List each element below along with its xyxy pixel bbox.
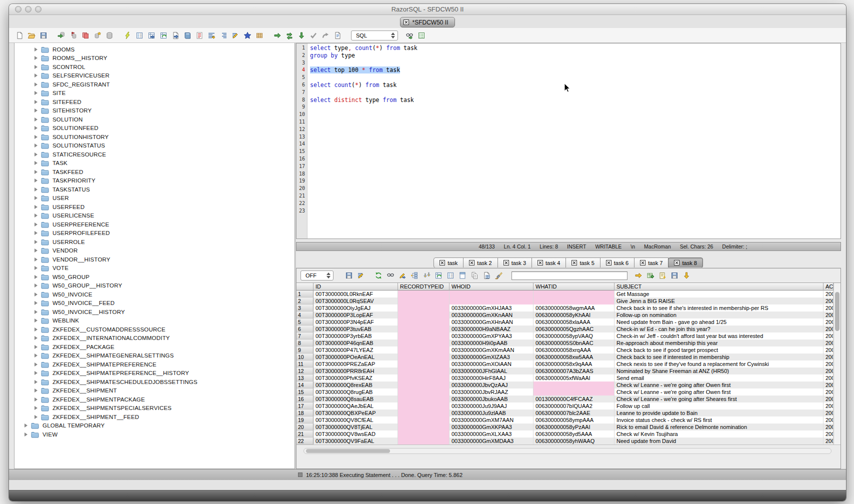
tree-item-zkfedex-package[interactable]: ZKFEDEX__PACKAGE xyxy=(14,342,294,352)
table-refresh-icon[interactable] xyxy=(434,271,443,280)
close-tab-icon[interactable] xyxy=(674,260,680,266)
db-disconnect-icon[interactable] xyxy=(69,31,78,40)
tree-item-selfserviceuser[interactable]: SELFSERVICEUSER xyxy=(14,72,294,80)
result-tab-task-6[interactable]: task 6 xyxy=(600,258,634,268)
expand-triangle-icon[interactable] xyxy=(24,424,28,428)
result-tab-task-5[interactable]: task 5 xyxy=(566,258,600,268)
tree-item-task[interactable]: TASK xyxy=(14,159,294,168)
column-header-whoid[interactable]: WHOID xyxy=(450,283,534,290)
expand-triangle-icon[interactable] xyxy=(34,214,38,218)
insert-node-icon[interactable] xyxy=(410,271,419,280)
expand-triangle-icon[interactable] xyxy=(34,406,38,410)
tree-item-zkfedex-shipmentspecialservices[interactable]: ZKFEDEX__SHIPMENTSPECIALSERVICES xyxy=(14,404,294,413)
arrow-right-yellow-icon[interactable] xyxy=(634,271,643,280)
expand-triangle-icon[interactable] xyxy=(34,301,38,305)
table-row[interactable]: 100T3000000L0RknEAFGet Massage200 xyxy=(296,290,834,298)
copy-connection-icon[interactable] xyxy=(81,31,90,40)
expand-triangle-icon[interactable] xyxy=(34,170,38,174)
expand-triangle-icon[interactable] xyxy=(34,371,38,375)
close-tab-icon[interactable] xyxy=(538,260,543,266)
db-connect-icon[interactable] xyxy=(57,31,66,40)
export-data-icon[interactable] xyxy=(147,31,156,40)
table-row[interactable]: 700T3000000P3yrbEAB0033000000GmXPYAA3006… xyxy=(296,332,834,340)
expand-triangle-icon[interactable] xyxy=(34,266,38,270)
expand-triangle-icon[interactable] xyxy=(34,205,38,209)
expand-triangle-icon[interactable] xyxy=(34,65,38,69)
column-header-subject[interactable]: SUBJECT xyxy=(614,283,824,290)
column-header-ac[interactable]: AC xyxy=(824,283,834,290)
expand-triangle-icon[interactable] xyxy=(34,248,38,252)
indent-lines-icon[interactable] xyxy=(219,31,228,40)
format-lines-arrow-icon[interactable] xyxy=(207,31,216,40)
horizontal-scrollbar-thumb[interactable] xyxy=(306,449,390,453)
expand-triangle-icon[interactable] xyxy=(34,222,38,226)
table-row[interactable]: 2000T3000000QV8TjEAL0033000000GmXKPAA300… xyxy=(296,424,834,430)
sql-editor[interactable]: 1234567891011121314151617181920212223 se… xyxy=(296,43,841,239)
tree-item-w50-group[interactable]: W50_GROUP xyxy=(14,272,294,282)
tree-item-zkfedex-shipment-feed[interactable]: ZKFEDEX__SHIPMENT__FEED xyxy=(14,412,294,422)
doc-notes-icon[interactable] xyxy=(333,31,342,40)
column-header-recordtypeid[interactable]: RECORDTYPEID xyxy=(398,283,450,290)
result-tab-task-7[interactable]: task 7 xyxy=(634,258,668,268)
table-row[interactable]: 500T3000000P3N4pEAF0033000000GmXHnAAN006… xyxy=(296,318,834,326)
tree-item-taskpriority[interactable]: TASKPRIORITY xyxy=(14,176,294,186)
open-file-icon[interactable] xyxy=(27,31,36,40)
close-tab-icon[interactable] xyxy=(606,260,612,266)
tree-item-solutionhistory[interactable]: SOLUTIONHISTORY xyxy=(14,132,294,142)
tree-item-taskstatus[interactable]: TASKSTATUS xyxy=(14,185,294,194)
tree-item-w50-invoice-history[interactable]: W50_INVOICE__HISTORY xyxy=(14,308,294,316)
table-row[interactable]: 1400T3000000Q8rexEAB0033000000JbvQzAAJCh… xyxy=(296,382,834,388)
column-header-id[interactable]: ID xyxy=(314,283,398,290)
tree-item-solutionstatus[interactable]: SOLUTIONSTATUS xyxy=(14,142,294,150)
close-tab-icon[interactable] xyxy=(572,260,577,266)
expand-triangle-icon[interactable] xyxy=(34,345,38,349)
expand-triangle-icon[interactable] xyxy=(34,231,38,235)
copy-table-icon[interactable] xyxy=(482,271,491,280)
table-row[interactable]: 2200T3000000QV9FaEAL0033000000GmXMDAA300… xyxy=(296,438,834,444)
tree-item-zkfedex-shipment[interactable]: ZKFEDEX__SHIPMENT xyxy=(14,386,294,396)
arrow-down-yellow-icon[interactable] xyxy=(682,271,691,280)
tree-item-sitefeed[interactable]: SITEFEED xyxy=(14,98,294,106)
describe-list-icon[interactable] xyxy=(446,271,455,280)
expand-triangle-icon[interactable] xyxy=(34,196,38,200)
table-row[interactable]: 1300T3000000PfvKSEAZ0033000000HirF8AAJ00… xyxy=(296,374,834,382)
db-plain-icon[interactable] xyxy=(105,31,114,40)
tree-item-solutionfeed[interactable]: SOLUTIONFEED xyxy=(14,124,294,133)
expand-triangle-icon[interactable] xyxy=(34,74,38,78)
tree-item-staticresource[interactable]: STATICRESOURCE xyxy=(14,150,294,159)
tree-item-vendor[interactable]: VENDOR xyxy=(14,246,294,256)
expand-triangle-icon[interactable] xyxy=(34,354,38,358)
row-limit-select[interactable]: OFF xyxy=(300,270,334,280)
tree-item-solution[interactable]: SOLUTION xyxy=(14,115,294,124)
close-tab-icon[interactable] xyxy=(504,260,509,266)
table-row[interactable]: 1600T3000000Q8sauEAB0033000000JbukoAAB00… xyxy=(296,396,834,402)
expand-triangle-icon[interactable] xyxy=(34,240,38,244)
expand-triangle-icon[interactable] xyxy=(34,275,38,279)
edit-arrow-icon[interactable] xyxy=(398,271,407,280)
expand-triangle-icon[interactable] xyxy=(34,388,38,392)
tree-item-userrole[interactable]: USERROLE xyxy=(14,238,294,246)
execute-lightning-icon[interactable] xyxy=(123,31,132,40)
expand-triangle-icon[interactable] xyxy=(34,398,38,402)
brush-icon[interactable] xyxy=(494,271,503,280)
statement-type-select[interactable]: SQL xyxy=(351,30,398,40)
tree-item-zkfedex-shipmatepreference-history[interactable]: ZKFEDEX__SHIPMATEPREFERENCE__HISTORY xyxy=(14,369,294,378)
tree-item-sitehistory[interactable]: SITEHISTORY xyxy=(14,106,294,116)
vertical-scrollbar[interactable] xyxy=(834,283,840,444)
expand-triangle-icon[interactable] xyxy=(34,108,38,112)
table-row[interactable]: 1200T3000000PRR8rEAH0033000000JFhGlAAL00… xyxy=(296,368,834,374)
result-tab-task[interactable]: task xyxy=(434,258,464,268)
table-row[interactable]: 2100T3000000QV8wsEAD0033000000GmXLXAA300… xyxy=(296,430,834,438)
table-add-green-icon[interactable] xyxy=(646,271,655,280)
save-file-icon[interactable] xyxy=(39,31,48,40)
tree-item-view[interactable]: VIEW xyxy=(14,430,294,439)
glasses-arrow-icon[interactable] xyxy=(405,31,414,40)
tree-item-vendor-history[interactable]: VENDOR__HISTORY xyxy=(14,255,294,264)
result-tab-task-3[interactable]: task 3 xyxy=(498,258,532,268)
list-green-icon[interactable] xyxy=(417,31,426,40)
sql-history-icon[interactable] xyxy=(195,31,204,40)
expand-triangle-icon[interactable] xyxy=(34,178,38,182)
book-icon[interactable] xyxy=(183,31,192,40)
expand-triangle-icon[interactable] xyxy=(34,318,38,322)
table-row[interactable]: 1700T3000000QAeJbEAL0033000000Ju9J9AAJ00… xyxy=(296,402,834,410)
